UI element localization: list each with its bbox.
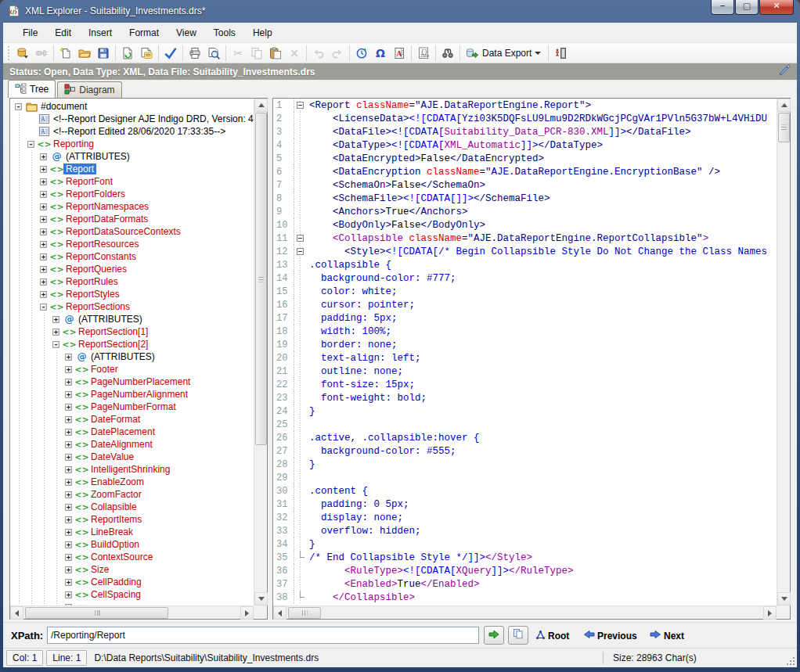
expander-plus-icon[interactable]: + <box>65 516 72 523</box>
history-button[interactable] <box>352 45 371 62</box>
validate-button[interactable] <box>161 45 180 62</box>
menu-item-file[interactable]: File <box>14 24 46 41</box>
save-file-button[interactable] <box>94 45 113 62</box>
expander-plus-icon[interactable]: + <box>65 379 72 386</box>
code-line[interactable]: 23 font-weight: bold; <box>273 391 777 404</box>
tree-item[interactable]: A<!--Report Edited 28/06/2020 17:33:35--… <box>13 125 254 138</box>
code-line[interactable]: 33 overflow: hidden; <box>273 524 777 537</box>
tree-item[interactable]: +@(ATTRIBUTES) <box>13 350 254 363</box>
json-button[interactable]: {}JSon <box>414 45 433 62</box>
print-button[interactable] <box>186 45 204 62</box>
print-preview-button[interactable] <box>204 45 223 62</box>
tree-item[interactable]: -<>Reporting <box>13 138 254 150</box>
redo-button[interactable] <box>328 45 347 62</box>
code-line[interactable]: 32 display: none; <box>273 511 777 524</box>
expander-plus-icon[interactable]: + <box>65 391 72 398</box>
tree-item[interactable]: A<!--Report Designer AJE Indigo DRD, Ver… <box>13 113 254 125</box>
tab-diagram[interactable]: Diagram <box>57 81 121 98</box>
expander-plus-icon[interactable]: + <box>40 228 47 235</box>
tree-item[interactable]: +<>PageNumberAlignment <box>13 388 254 401</box>
code-line[interactable]: 8 <SchemaFile><![CDATA[]]></SchemaFile> <box>273 192 777 205</box>
menu-item-edit[interactable]: Edit <box>46 24 80 41</box>
scroll-up-button[interactable] <box>777 99 791 112</box>
xpath-next-button[interactable]: Next <box>650 630 684 641</box>
menu-item-tools[interactable]: Tools <box>205 24 244 41</box>
code-line[interactable]: 34} <box>273 537 777 551</box>
expander-plus-icon[interactable]: + <box>40 253 47 261</box>
expander-plus-icon[interactable]: + <box>40 216 47 223</box>
expander-plus-icon[interactable]: + <box>40 241 47 248</box>
tree-item[interactable]: +<>EnableZoom <box>13 476 254 488</box>
tree-view[interactable]: -#documentA<!--Report Designer AJE Indig… <box>10 99 254 606</box>
menu-item-insert[interactable]: Insert <box>80 24 121 41</box>
code-line[interactable]: 24} <box>273 404 777 418</box>
tree-item[interactable]: +<>DateFormat <box>13 413 254 426</box>
tree-item[interactable]: -<>ReportSection[2] <box>13 338 254 350</box>
tree-item[interactable]: +<>ReportDataFormats <box>13 213 254 225</box>
code-line[interactable]: 17 padding: 5px; <box>273 311 777 325</box>
code-line[interactable]: 10 <BodyOnly>False</BodyOnly> <box>273 218 777 232</box>
expander-plus-icon[interactable]: + <box>65 416 72 423</box>
code-vscroll-thumb[interactable] <box>778 113 790 142</box>
expander-plus-icon[interactable]: + <box>40 291 47 298</box>
code-line[interactable]: 22 font-size: 15px; <box>273 378 777 391</box>
expander-plus-icon[interactable]: + <box>65 366 72 373</box>
tree-item[interactable]: +<>ReportConstants <box>13 250 254 263</box>
expander-plus-icon[interactable]: + <box>65 354 72 361</box>
code-line[interactable]: 4 <DataType><![CDATA[XML_Automatic]]></D… <box>273 138 777 152</box>
tree-item[interactable]: +<>Report <box>13 163 254 175</box>
tree-item[interactable]: +<>ReportStyles <box>13 288 254 300</box>
menu-item-help[interactable]: Help <box>244 24 281 41</box>
exit-button[interactable] <box>551 45 570 62</box>
tree-item[interactable]: +<>Footer <box>13 363 254 376</box>
tree-item[interactable]: -<>ReportSections <box>13 300 254 313</box>
find-button[interactable] <box>438 45 457 62</box>
expander-plus-icon[interactable]: + <box>65 541 72 548</box>
code-line[interactable]: 15 color: white; <box>273 285 777 298</box>
expander-plus-icon[interactable]: + <box>65 504 72 511</box>
tree-item[interactable]: -#document <box>13 100 254 113</box>
expander-plus-icon[interactable]: + <box>65 554 72 561</box>
code-line[interactable]: 13.collapsible { <box>273 258 777 271</box>
tree-item[interactable]: +<>ReportDataSourceContexts <box>13 225 254 238</box>
title-bar[interactable]: XML Explorer - Suitability_Investments.d… <box>0 0 800 23</box>
expander-plus-icon[interactable]: + <box>65 454 72 461</box>
export-database-button[interactable] <box>13 45 32 62</box>
xpath-go-button[interactable] <box>484 626 504 645</box>
menu-item-format[interactable]: Format <box>121 24 168 41</box>
spellcheck-button[interactable]: A <box>390 45 409 62</box>
code-line[interactable]: 14 background-color: #777; <box>273 271 777 285</box>
code-hscroll-thumb[interactable] <box>288 607 321 619</box>
code-line[interactable]: 6 <DataEncryption className="AJE.DataRep… <box>273 165 777 178</box>
connect-button[interactable] <box>32 45 51 62</box>
scroll-down-button[interactable] <box>254 592 268 606</box>
delete-button[interactable]: × <box>285 45 304 62</box>
code-line[interactable]: 16 cursor: pointer; <box>273 298 777 311</box>
tree-item[interactable]: +<>ReportResources <box>13 238 254 250</box>
code-line[interactable]: 12 <Style><![CDATA[/* Begin Collapsible … <box>273 245 777 258</box>
scroll-right-button[interactable] <box>763 606 777 620</box>
code-line[interactable]: 27 background-color: #555; <box>273 444 777 458</box>
code-line[interactable]: 20 text-align: left; <box>273 351 777 365</box>
fold-collapse-icon[interactable] <box>297 102 304 109</box>
code-line[interactable]: 3 <DataFile><![CDATA[Suitability_Data_PC… <box>273 125 777 138</box>
tree-item[interactable]: +<>PageNumberFormat <box>13 401 254 413</box>
tree-horizontal-scrollbar[interactable] <box>10 606 254 619</box>
fold-collapse-icon[interactable] <box>297 248 304 255</box>
tree-item[interactable]: +<>BuildOption <box>13 538 254 551</box>
code-vertical-scrollbar[interactable] <box>777 99 790 606</box>
code-line[interactable]: 37 <Enabled>True</Enabled> <box>273 577 777 591</box>
code-line[interactable]: 26.active, .collapsible:hover { <box>273 431 777 444</box>
code-line[interactable]: 9 <Anchors>True</Anchors> <box>273 205 777 218</box>
code-line[interactable]: 28} <box>273 458 777 471</box>
tree-item[interactable]: +<>ZoomFactor <box>13 488 254 501</box>
menu-item-view[interactable]: View <box>168 24 205 41</box>
fold-collapse-icon[interactable] <box>297 235 304 242</box>
code-line[interactable]: 5 <DataEncrypted>False</DataEncrypted> <box>273 152 777 165</box>
code-line[interactable]: 1<Report className="AJE.DataReportEngine… <box>273 99 777 112</box>
code-line[interactable]: 21 outline: none; <box>273 365 777 378</box>
refresh-button[interactable] <box>118 45 137 62</box>
tree-item[interactable]: +<>DateAlignment <box>13 438 254 451</box>
expander-plus-icon[interactable]: + <box>40 279 47 286</box>
tree-item[interactable]: +<>ReportFolders <box>13 188 254 200</box>
